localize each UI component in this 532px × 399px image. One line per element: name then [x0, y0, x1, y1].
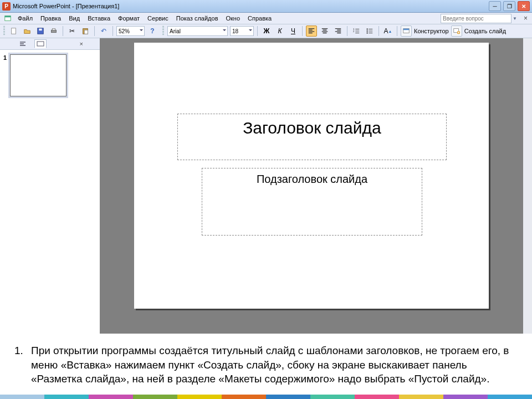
svg-rect-8 [84, 30, 88, 34]
title-placeholder[interactable]: Заголовок слайда [177, 114, 447, 160]
standard-toolbar: ✂ ↶ 52% ? Arial 18 Ж К Ч 12 A▲ Конструкт… [0, 24, 532, 38]
pane-close-button[interactable]: × [80, 40, 83, 47]
thumbnail-number: 1 [3, 54, 7, 329]
align-center-button[interactable] [319, 25, 330, 37]
numbered-list-button[interactable]: 12 [351, 25, 362, 37]
align-right-button[interactable] [332, 25, 344, 37]
svg-rect-6 [52, 29, 55, 30]
title-bar: P Microsoft PowerPoint - [Презентация1] … [0, 0, 532, 13]
menu-view[interactable]: Вид [65, 14, 83, 23]
svg-rect-1 [5, 16, 11, 18]
close-button[interactable]: ✕ [518, 1, 530, 11]
menu-tools[interactable]: Сервис [144, 14, 172, 23]
workspace: × 1 Заголовок слайда Подзаголовок слайда [0, 38, 532, 334]
menu-slideshow[interactable]: Показ слайдов [173, 14, 222, 23]
mdi-close-button[interactable]: × [521, 14, 530, 22]
increase-font-button[interactable]: A▲ [382, 25, 393, 37]
menu-format[interactable]: Формат [115, 14, 143, 23]
svg-rect-5 [52, 30, 57, 32]
minimize-button[interactable]: ─ [489, 1, 501, 11]
italic-button[interactable]: К [274, 25, 285, 37]
toolbar-grip[interactable] [3, 26, 5, 36]
dropdown-icon[interactable]: ▼ [513, 16, 517, 21]
instruction-body: При открытии программы создаётся титульн… [31, 345, 509, 385]
app-logo-icon: P [2, 2, 11, 11]
control-menu-icon[interactable] [2, 13, 13, 24]
font-name-combo[interactable]: Arial [167, 26, 228, 36]
subtitle-placeholder[interactable]: Подзаголовок слайда [202, 168, 422, 236]
design-icon[interactable] [401, 25, 412, 37]
paste-button[interactable] [80, 25, 91, 37]
svg-point-13 [367, 32, 368, 33]
svg-rect-18 [37, 42, 44, 46]
menu-edit[interactable]: Правка [37, 14, 64, 23]
bullet-list-button[interactable] [364, 25, 375, 37]
zoom-combo[interactable]: 52% [116, 26, 145, 36]
open-button[interactable] [22, 25, 33, 37]
cut-button[interactable]: ✂ [66, 25, 78, 37]
tab-outline[interactable] [17, 39, 29, 48]
menu-file[interactable]: Файл [14, 14, 36, 23]
new-slide-button[interactable]: Создать слайд [464, 28, 506, 34]
title-placeholder-text: Заголовок слайда [243, 119, 381, 137]
thumbnail-list[interactable]: 1 [0, 50, 100, 334]
pane-tabs: × [0, 38, 100, 50]
menu-help[interactable]: Справка [244, 14, 275, 23]
underline-button[interactable]: Ч [288, 25, 299, 37]
svg-text:2: 2 [353, 30, 355, 33]
instruction-text: 1. При открытии программы создаётся титу… [0, 334, 532, 399]
footer-stripe [0, 395, 532, 399]
menu-insert[interactable]: Вставка [84, 14, 114, 23]
slide-thumbnail-1[interactable] [10, 54, 66, 96]
font-size-combo[interactable]: 18 [230, 26, 254, 36]
svg-rect-4 [39, 29, 42, 31]
new-slide-icon[interactable] [451, 25, 462, 37]
window-title: Microsoft PowerPoint - [Презентация1] [13, 3, 119, 9]
vertical-scrollbar[interactable] [523, 38, 532, 334]
bold-button[interactable]: Ж [261, 25, 272, 37]
slide-canvas[interactable]: Заголовок слайда Подзаголовок слайда [134, 43, 489, 309]
help-icon[interactable]: ? [147, 25, 158, 37]
align-left-button[interactable] [306, 25, 317, 37]
designer-button[interactable]: Конструктор [414, 28, 449, 34]
svg-point-11 [367, 28, 368, 29]
undo-button[interactable]: ↶ [98, 25, 109, 37]
tab-slides[interactable] [34, 39, 47, 48]
help-search-input[interactable] [441, 14, 511, 23]
slide-editor[interactable]: Заголовок слайда Подзаголовок слайда [100, 38, 523, 334]
new-doc-button[interactable] [8, 25, 19, 37]
toolbar-grip-2[interactable] [162, 26, 164, 36]
slides-outline-pane: × 1 [0, 38, 100, 334]
svg-rect-2 [12, 28, 16, 34]
print-button[interactable] [48, 25, 59, 37]
subtitle-placeholder-text: Подзаголовок слайда [257, 173, 367, 186]
list-number: 1. [14, 344, 23, 358]
menu-window[interactable]: Окно [223, 14, 244, 23]
maximize-button[interactable]: ❐ [503, 1, 515, 11]
menu-bar: Файл Правка Вид Вставка Формат Сервис По… [0, 13, 532, 24]
svg-point-12 [367, 30, 368, 32]
save-button[interactable] [35, 25, 46, 37]
svg-rect-15 [403, 29, 410, 30]
